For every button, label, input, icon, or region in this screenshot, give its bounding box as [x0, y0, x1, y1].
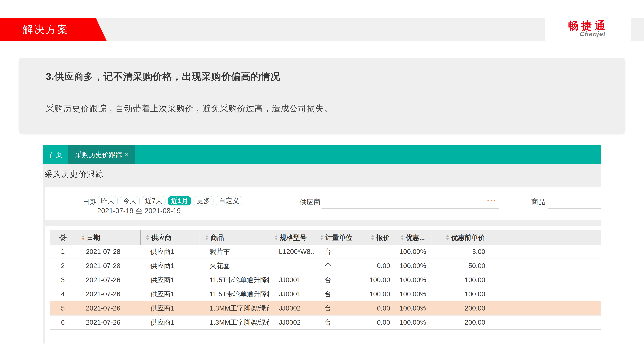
sort-arrows-icon[interactable] [205, 235, 208, 240]
cell-filler [490, 259, 601, 273]
column-header-unit[interactable]: 计量单位 [315, 230, 359, 245]
cell-pre_price: 3.00 [431, 245, 490, 259]
cell-supplier: 供应商1 [141, 316, 200, 329]
product-input[interactable] [548, 208, 601, 209]
tab-bar: 首页 采购历史价跟踪 × [43, 145, 601, 164]
section-ribbon: 解决方案 [0, 18, 106, 41]
cell-price: 100.00 [359, 273, 395, 287]
section-ribbon-label: 解决方案 [0, 22, 69, 36]
cell-discount: 100.00% [395, 287, 431, 301]
cell-product: 11.5T带轮单通升降机架 [200, 287, 269, 301]
column-header-date[interactable]: 日期 [76, 230, 141, 245]
sort-arrows-icon[interactable] [400, 235, 404, 240]
cell-date: 2021-07-26 [76, 316, 141, 329]
cell-discount: 100.00% [395, 245, 431, 259]
sort-arrows-icon[interactable] [320, 235, 324, 240]
cell-price: 0.00 [359, 301, 395, 315]
cell-filler [490, 287, 601, 301]
date-button-近7天[interactable]: 近7天 [142, 196, 166, 205]
table-panel: 日期供应商商品规格型号计量单位报价优惠...优惠前单价 12021-07-28供… [44, 226, 601, 344]
column-header-label: 供应商 [151, 233, 172, 242]
cell-num: 6 [50, 316, 76, 329]
table-row[interactable]: 12021-07-28供应商1裁片车L1200*W8...台100.00%3.0… [50, 245, 601, 259]
sort-arrows-icon[interactable] [82, 235, 85, 240]
table-row[interactable]: 42021-07-26供应商111.5T带轮单通升降机架JJ0001台100.0… [50, 287, 601, 301]
cell-pre_price: 100.00 [431, 287, 490, 301]
sort-arrows-icon[interactable] [146, 235, 149, 240]
cell-price: 100.00 [359, 287, 395, 301]
cell-supplier: 供应商1 [141, 301, 200, 315]
cell-num: 3 [50, 273, 76, 287]
cell-date: 2021-07-26 [76, 287, 141, 301]
cell-date: 2021-07-26 [76, 301, 141, 315]
column-header-label: 计量单位 [326, 233, 352, 242]
column-header-num [50, 230, 76, 245]
app-screenshot: 首页 采购历史价跟踪 × 采购历史价跟踪 日期 昨天今天近7天近1月更多自定义 … [43, 145, 601, 344]
intro-title: 3.供应商多，记不清采购价格，出现采购价偏高的情况 [46, 70, 280, 83]
app-content: 采购历史价跟踪 日期 昨天今天近7天近1月更多自定义 2021-07-19 至 … [43, 164, 601, 344]
date-button-近1月[interactable]: 近1月 [168, 196, 191, 205]
column-header-spec[interactable]: 规格型号 [269, 230, 315, 245]
sort-arrows-icon[interactable] [446, 235, 449, 240]
date-button-更多[interactable]: 更多 [194, 196, 214, 205]
brand-logo: 畅捷通 Chanjet [545, 18, 631, 41]
cell-num: 5 [50, 301, 76, 315]
column-header-label: 规格型号 [280, 233, 307, 242]
supplier-more-icon[interactable]: ··· [487, 196, 496, 205]
column-header-product[interactable]: 商品 [200, 230, 269, 245]
column-header-supplier[interactable]: 供应商 [141, 230, 200, 245]
sort-arrows-icon[interactable] [274, 235, 278, 240]
cell-unit: 个 [315, 259, 359, 273]
table-row[interactable]: 62021-07-26供应商11.3MM工字脚架/绿色JJ0002台0.0010… [50, 316, 601, 330]
table-row[interactable]: 22021-07-28供应商1火花塞个0.00100.00%50.00 [50, 259, 601, 273]
brand-logo-en: Chanjet [580, 30, 606, 38]
date-button-自定义[interactable]: 自定义 [216, 196, 242, 205]
date-range-value: 2021-07-19 至 2021-08-19 [97, 206, 181, 216]
cell-spec: JJ0002 [269, 301, 315, 315]
column-header-price[interactable]: 报价 [359, 230, 395, 245]
date-button-昨天[interactable]: 昨天 [98, 196, 118, 205]
table-row[interactable]: 32021-07-26供应商111.5T带轮单通升降机架JJ0001台100.0… [50, 273, 601, 287]
cell-date: 2021-07-26 [76, 273, 141, 287]
cell-product: 1.3MM工字脚架/绿色 [200, 316, 269, 329]
cell-num: 1 [50, 245, 76, 259]
tab-purchase-history-price[interactable]: 采购历史价跟踪 × [68, 145, 135, 164]
column-header-label: 优惠前单价 [451, 233, 485, 242]
cell-price: 0.00 [359, 259, 395, 273]
product-filter-label: 商品 [531, 197, 546, 207]
cell-spec: L1200*W8... [269, 245, 315, 259]
column-header-label: 商品 [210, 233, 224, 242]
cell-product: 火花塞 [200, 259, 269, 273]
cell-num: 4 [50, 287, 76, 301]
column-header-label: 报价 [376, 233, 390, 242]
date-button-今天[interactable]: 今天 [120, 196, 140, 205]
data-grid: 日期供应商商品规格型号计量单位报价优惠...优惠前单价 12021-07-28供… [50, 230, 601, 330]
cell-product: 11.5T带轮单通升降机架 [200, 273, 269, 287]
column-header-label: 优惠... [406, 233, 425, 242]
sort-arrows-icon[interactable] [371, 235, 374, 240]
cell-filler [490, 273, 601, 287]
tab-close-icon[interactable]: × [124, 151, 128, 158]
column-header-pre_price[interactable]: 优惠前单价 [431, 230, 490, 245]
cell-product: 裁片车 [200, 245, 269, 259]
cell-discount: 100.00% [395, 301, 431, 315]
column-header-discount[interactable]: 优惠... [395, 230, 431, 245]
cell-supplier: 供应商1 [141, 273, 200, 287]
cell-date: 2021-07-28 [76, 245, 141, 259]
cell-unit: 台 [315, 316, 359, 329]
tab-home-label: 首页 [49, 150, 62, 159]
table-row[interactable]: 52021-07-26供应商11.3MM工字脚架/绿色JJ0002台0.0010… [50, 301, 601, 316]
cell-num: 2 [50, 259, 76, 273]
tab-home[interactable]: 首页 [43, 145, 68, 164]
supplier-input[interactable] [322, 208, 499, 209]
cell-spec [269, 259, 315, 273]
gear-icon[interactable] [59, 234, 67, 242]
date-range-buttons: 昨天今天近7天近1月更多自定义 [98, 196, 242, 205]
cell-price [359, 245, 395, 259]
cell-spec: JJ0002 [269, 316, 315, 329]
date-filter-label: 日期 [82, 197, 97, 207]
cell-spec: JJ0001 [269, 273, 315, 287]
intro-body: 采购历史价跟踪，自动带着上次采购价，避免采购价过高，造成公司损失。 [46, 103, 333, 114]
cell-discount: 100.00% [395, 259, 431, 273]
cell-pre_price: 200.00 [431, 316, 490, 329]
